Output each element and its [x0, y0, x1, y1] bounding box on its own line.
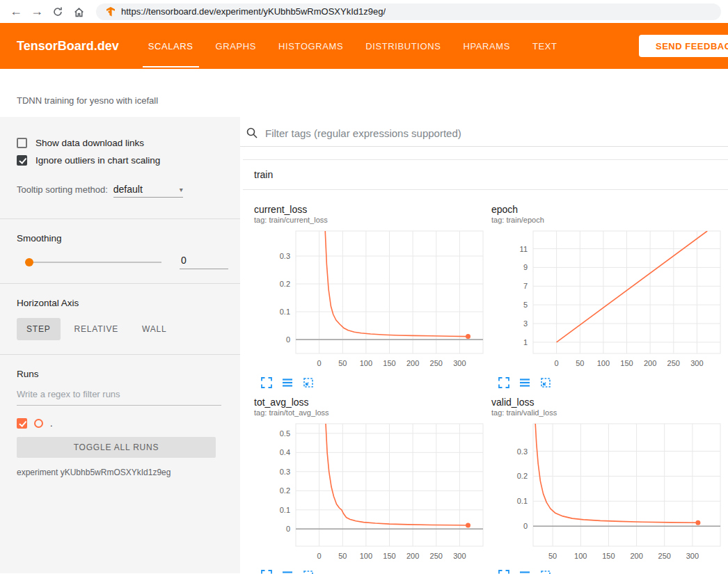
runs-filter-input[interactable]: [17, 389, 221, 406]
tab-scalars[interactable]: SCALARS: [137, 23, 205, 69]
show-download-links-checkbox[interactable]: [17, 138, 27, 148]
svg-text:200: 200: [644, 359, 656, 367]
toggle-all-runs-button[interactable]: TOGGLE ALL RUNS: [17, 437, 216, 458]
smoothing-value-input[interactable]: [180, 255, 228, 269]
tab-histograms[interactable]: HISTOGRAMS: [267, 23, 354, 69]
svg-text:100: 100: [360, 552, 372, 560]
sidebar: Show data download links Ignore outliers…: [0, 117, 240, 573]
svg-text:150: 150: [602, 552, 615, 560]
app-header: TensorBoard.dev SCALARSGRAPHSHISTOGRAMSD…: [0, 23, 728, 69]
svg-text:0.1: 0.1: [280, 506, 290, 514]
fit-domain-icon[interactable]: [540, 570, 551, 574]
tab-distributions[interactable]: DISTRIBUTIONS: [354, 23, 452, 69]
svg-text:1: 1: [523, 338, 528, 346]
log-scale-icon[interactable]: [282, 377, 293, 388]
fit-domain-icon[interactable]: [303, 570, 314, 574]
run-name: .: [50, 418, 53, 429]
experiment-description: TDNN training for yesno with icefall: [0, 69, 728, 117]
chart-toolbar: [491, 374, 725, 388]
chart-tag: tag: train/valid_loss: [491, 408, 725, 417]
svg-text:200: 200: [406, 359, 419, 367]
expand-chart-icon[interactable]: [261, 570, 272, 574]
axis-button-wall[interactable]: WALL: [132, 318, 176, 340]
run-checkbox[interactable]: [17, 418, 27, 429]
smoothing-section: Smoothing: [0, 219, 240, 284]
svg-text:250: 250: [658, 552, 671, 560]
tag-group-card: train current_losstag: train/current_los…: [243, 159, 728, 574]
svg-text:0.3: 0.3: [280, 252, 290, 260]
smoothing-slider[interactable]: [25, 257, 161, 267]
svg-text:100: 100: [574, 552, 587, 560]
line-chart[interactable]: 05010015020025030000.10.20.3: [254, 228, 487, 372]
svg-text:300: 300: [453, 359, 466, 367]
svg-text:0.3: 0.3: [517, 447, 528, 456]
svg-text:0: 0: [317, 359, 322, 367]
line-chart[interactable]: 0501001502002503001357911: [491, 228, 725, 372]
charts-grid: current_losstag: train/current_loss05010…: [243, 190, 728, 574]
search-icon: [246, 127, 258, 139]
general-settings-section: Show data download links Ignore outliers…: [0, 117, 240, 219]
svg-text:150: 150: [620, 359, 633, 367]
filter-tags-input[interactable]: [265, 127, 728, 139]
forward-icon[interactable]: →: [28, 0, 46, 23]
tag-group-header[interactable]: train: [243, 160, 728, 190]
send-feedback-button[interactable]: SEND FEEDBACK: [639, 35, 728, 57]
svg-text:300: 300: [686, 552, 699, 560]
refresh-icon[interactable]: [49, 0, 67, 23]
svg-text:200: 200: [630, 552, 642, 560]
log-scale-icon[interactable]: [519, 570, 530, 574]
back-icon[interactable]: ←: [7, 0, 25, 23]
content: Show data download links Ignore outliers…: [0, 117, 728, 573]
svg-text:0.1: 0.1: [517, 497, 528, 505]
log-scale-icon[interactable]: [282, 570, 293, 574]
address-bar[interactable]: https://tensorboard.dev/experiment/yKUbh…: [96, 3, 721, 20]
tab-graphs[interactable]: GRAPHS: [205, 23, 268, 69]
svg-text:0.1: 0.1: [280, 308, 290, 316]
tooltip-sorting-label: Tooltip sorting method:: [17, 184, 108, 195]
log-scale-icon[interactable]: [519, 377, 530, 388]
home-icon[interactable]: [70, 0, 88, 23]
svg-text:50: 50: [548, 552, 557, 560]
tab-hparams[interactable]: HPARAMS: [452, 23, 521, 69]
expand-chart-icon[interactable]: [498, 377, 509, 388]
svg-text:100: 100: [597, 359, 610, 367]
tooltip-sorting-select[interactable]: default ▾: [113, 184, 183, 198]
svg-text:3: 3: [523, 319, 528, 328]
chart-card-tot_avg_loss: tot_avg_losstag: train/tot_avg_loss05010…: [254, 397, 487, 574]
main-panel: train current_losstag: train/current_los…: [240, 117, 728, 573]
chart-tag: tag: train/current_loss: [254, 216, 487, 224]
expand-chart-icon[interactable]: [261, 377, 272, 388]
ignore-outliers-checkbox[interactable]: [17, 155, 27, 166]
axis-button-relative[interactable]: RELATIVE: [65, 318, 129, 340]
svg-text:0.4: 0.4: [280, 448, 290, 456]
svg-text:200: 200: [406, 552, 419, 560]
expand-chart-icon[interactable]: [498, 570, 509, 574]
ignore-outliers-row: Ignore outliers in chart scaling: [17, 155, 223, 166]
svg-text:250: 250: [667, 359, 680, 367]
show-download-links-row: Show data download links: [17, 138, 223, 148]
run-color-ring-icon[interactable]: [34, 419, 43, 428]
line-chart[interactable]: 05010015020025030000.10.20.30.40.5: [254, 421, 487, 564]
svg-text:5: 5: [523, 301, 528, 309]
slider-thumb[interactable]: [25, 258, 33, 266]
ignore-outliers-label: Ignore outliers in chart scaling: [35, 155, 160, 166]
tooltip-sorting-value: default: [113, 184, 143, 195]
svg-text:11: 11: [520, 245, 528, 253]
show-download-links-label: Show data download links: [35, 138, 144, 148]
svg-text:100: 100: [360, 359, 372, 367]
horizontal-axis-section: Horizontal Axis STEPRELATIVEWALL: [0, 284, 240, 355]
axis-button-step[interactable]: STEP: [17, 318, 61, 340]
nav-tabs: SCALARSGRAPHSHISTOGRAMSDISTRIBUTIONSHPAR…: [137, 23, 569, 69]
tab-text[interactable]: TEXT: [521, 23, 569, 69]
chart-toolbar: [254, 567, 487, 574]
svg-text:0.2: 0.2: [517, 472, 528, 480]
svg-text:0: 0: [523, 522, 528, 530]
svg-text:0: 0: [317, 552, 322, 560]
chart-title: valid_loss: [491, 397, 725, 408]
line-chart[interactable]: 5010015020025030000.10.20.3: [491, 421, 725, 564]
svg-text:50: 50: [576, 359, 584, 367]
fit-domain-icon[interactable]: [303, 377, 314, 388]
chart-tag: tag: train/tot_avg_loss: [254, 408, 487, 417]
svg-text:250: 250: [430, 552, 443, 560]
fit-domain-icon[interactable]: [540, 377, 551, 388]
